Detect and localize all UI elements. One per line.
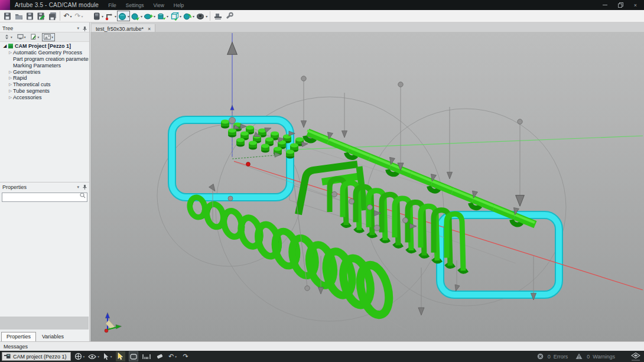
measure-button[interactable]: [142, 351, 151, 361]
tree-item-tube-segments[interactable]: ▷ Tube segments: [0, 88, 89, 94]
menu-file[interactable]: File: [108, 2, 116, 8]
expander-icon[interactable]: ▷: [8, 50, 13, 56]
panel-menu-icon[interactable]: ▾: [77, 26, 79, 31]
visibility-button[interactable]: ▾: [88, 351, 99, 361]
expander-icon[interactable]: ▷: [8, 81, 13, 87]
properties-search-input[interactable]: [2, 193, 87, 202]
segment-button[interactable]: ▾: [156, 11, 169, 21]
rotate-right-button[interactable]: ↷: [181, 351, 190, 361]
ribbon-toolpath-row: [370, 158, 391, 166]
notebook-icon: [92, 12, 101, 21]
arrow-cone: [516, 195, 525, 207]
chevron-down-icon: ▾: [70, 14, 72, 18]
pencil-doc-icon: [31, 34, 37, 40]
part-program-button[interactable]: ▾: [92, 11, 104, 21]
layers-diamond-icon: [631, 353, 640, 360]
arrow-cone: [116, 324, 122, 329]
sphere-recycle-icon: [183, 12, 192, 21]
menu-settings[interactable]: Settings: [126, 2, 144, 8]
region-select-button[interactable]: [129, 351, 138, 361]
expander-icon[interactable]: ▷: [8, 75, 13, 81]
menu-view[interactable]: View: [154, 2, 164, 8]
ribbon-toolpath-row: [453, 191, 473, 199]
solid-view-button[interactable]: ▾: [195, 11, 208, 21]
save-button[interactable]: [24, 11, 35, 21]
node-sphere: [305, 286, 310, 291]
properties-search: [2, 191, 87, 200]
save-as-button[interactable]: [35, 11, 47, 21]
node-sphere: [518, 119, 522, 124]
select-mode-button[interactable]: ▾: [103, 351, 112, 361]
machine-setup-button[interactable]: [212, 11, 223, 21]
arrow-cone: [341, 131, 347, 138]
tree-item-automatic-geometry[interactable]: ▷ Automatic Geometry Process: [0, 50, 89, 56]
tab-close-icon[interactable]: ×: [148, 26, 151, 32]
tree-item-rapid[interactable]: ▷ Rapid: [0, 75, 89, 81]
tree-item-geometries[interactable]: ▷ Geometries: [0, 69, 89, 75]
tree-item-accessories[interactable]: ▷ Accessories: [0, 94, 89, 100]
new-document-button[interactable]: [2, 11, 13, 21]
expander-icon[interactable]: ◢: [2, 43, 8, 49]
panel-menu-icon[interactable]: ▾: [77, 185, 79, 190]
cursor-highlight-icon: [117, 353, 124, 360]
tube-insert-button[interactable]: ▾: [130, 11, 143, 21]
redo-button[interactable]: ↷ ▾: [73, 11, 84, 21]
tree-toolbar: ▾ ▾ ▾ ▾: [0, 32, 89, 42]
measure-icon: [142, 354, 151, 360]
z-axis-arrow: [227, 42, 238, 54]
close-icon[interactable]: ×: [634, 2, 637, 8]
arrow-cone: [418, 308, 424, 315]
status-toolbar: CAM project (Pezzo 1) ▾ ▾ ▾ ↶ ▾: [0, 351, 644, 362]
tree-item-part-program-params[interactable]: Part program creation parameters: [0, 56, 89, 63]
ribbon-toolpath-row: [411, 174, 432, 182]
frame-button[interactable]: ▾: [169, 11, 182, 21]
pick-tool-button[interactable]: [116, 351, 125, 361]
tab-properties[interactable]: Properties: [1, 332, 36, 341]
section-button[interactable]: ▾: [143, 11, 156, 21]
transform-button[interactable]: ▾: [182, 11, 195, 21]
tube-view-button[interactable]: ▾: [117, 11, 130, 21]
origin-point: [246, 162, 251, 167]
viewport-canvas[interactable]: [90, 32, 644, 341]
messages-label: Messages: [4, 344, 28, 350]
navigate-mode-button[interactable]: ▾: [74, 351, 85, 361]
open-button[interactable]: [13, 11, 24, 21]
warnings-label[interactable]: Warnings: [593, 354, 615, 360]
node-sphere: [228, 196, 233, 201]
tree-item-cam-project[interactable]: ◢ CAM Project [Pezzo 1]: [0, 43, 89, 50]
options-wrench-button[interactable]: [223, 11, 235, 21]
rotate-left-button[interactable]: ↶ ▾: [168, 351, 177, 361]
save-all-button[interactable]: [47, 11, 58, 21]
tree-item-marking-parameters[interactable]: Marking Parameters: [0, 62, 89, 69]
expander-icon[interactable]: ▷: [8, 94, 13, 100]
dark-disc-icon: [196, 12, 205, 21]
menu-bar: File Settings View Help: [108, 2, 184, 8]
tree-display-button[interactable]: ▾: [15, 33, 28, 41]
restore-icon[interactable]: [618, 2, 623, 8]
errors-count: 0: [548, 354, 551, 360]
tree-view-mode-button[interactable]: ▾: [42, 33, 55, 41]
pin-icon[interactable]: [83, 184, 87, 190]
tree-edit-button[interactable]: ▾: [29, 33, 41, 41]
node-sphere: [229, 118, 236, 124]
expander-icon[interactable]: ▷: [8, 69, 13, 75]
properties-panel-title: Properties: [2, 184, 27, 190]
machine-icon: [213, 12, 223, 21]
wireframe-box-icon: [170, 12, 179, 21]
pin-icon[interactable]: [83, 26, 87, 31]
node-sphere: [349, 199, 354, 204]
expander-icon[interactable]: ▷: [8, 88, 13, 94]
tree-item-theoretical-cuts[interactable]: ▷ Theoretical cuts: [0, 81, 89, 88]
tree-sort-button[interactable]: ▾: [2, 33, 14, 41]
messages-bar[interactable]: Messages: [0, 341, 644, 351]
project-selector-button[interactable]: CAM project (Pezzo 1): [2, 352, 71, 361]
tab-variables[interactable]: Variables: [37, 332, 69, 341]
undo-button[interactable]: ↶ ▾: [62, 11, 73, 21]
menu-help[interactable]: Help: [174, 2, 184, 8]
tube-path-button[interactable]: ▾: [104, 11, 117, 21]
errors-label[interactable]: Errors: [554, 354, 568, 360]
minimize-icon[interactable]: [603, 5, 607, 5]
erase-button[interactable]: [155, 351, 164, 361]
redo-icon: ↷: [74, 12, 80, 19]
node-sphere: [374, 225, 380, 231]
